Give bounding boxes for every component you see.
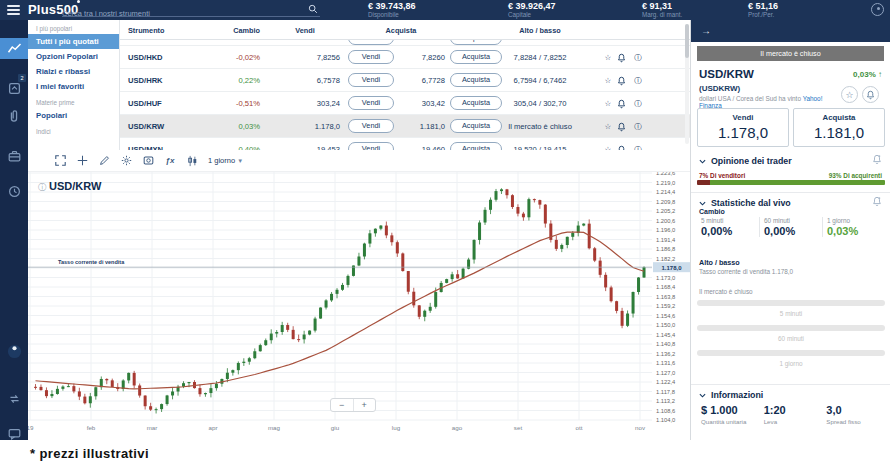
- sidebar-item[interactable]: Tutti i più quotati: [28, 34, 119, 49]
- timeframe-dropdown[interactable]: 1 giorno ▼: [208, 156, 243, 165]
- trader-opinion-header[interactable]: Opinione dei trader: [699, 156, 792, 166]
- instrument-row[interactable]: USD/KRW 0,03% 1.178,0 Vendi 1.181,0 Acqu…: [120, 115, 690, 138]
- svg-text:1.108,6: 1.108,6: [656, 408, 675, 414]
- balance-stat: € 91,31 Marg. di mant.: [642, 1, 748, 18]
- high-low-value: Il mercato è chiuso: [490, 122, 590, 131]
- info-icon[interactable]: ⓘ: [632, 53, 644, 66]
- alert-bell-icon[interactable]: [617, 53, 629, 66]
- high-low-value: 6,7594 / 6,7462: [490, 76, 590, 85]
- chat-icon[interactable]: [0, 423, 28, 445]
- status-dot-icon[interactable]: [0, 340, 28, 362]
- sidebar-item[interactable]: Popolari: [28, 108, 119, 123]
- favorite-star-icon[interactable]: ☆: [602, 76, 614, 89]
- clock-icon[interactable]: [0, 180, 28, 202]
- alert-bell-icon[interactable]: [617, 76, 629, 89]
- instrument-row[interactable]: USD/HUF -0,51% 303,24 Vendi 303,42 Acqui…: [120, 92, 690, 115]
- instrument-sidebar: I più popolariTutti i più quotatiOpzioni…: [28, 20, 120, 150]
- sell-button-clipped[interactable]: Vendi: [348, 40, 394, 45]
- table-rows: USD/HKD -0,02% 7,8256 Vendi 7,8260 Acqui…: [120, 46, 690, 150]
- current-rate-text: Tasso corrente di vendita 1.178,0: [699, 268, 793, 275]
- search-icon[interactable]: [308, 4, 318, 14]
- svg-text:1.140,8: 1.140,8: [656, 341, 675, 347]
- info-icon[interactable]: ⓘ: [38, 183, 46, 192]
- refresh-icon[interactable]: [0, 388, 28, 410]
- range-bar-label: 60 minuti: [697, 335, 885, 342]
- scrollbar-thumb[interactable]: [685, 24, 689, 58]
- stat-column: 60 minuti 0,00%: [759, 217, 822, 237]
- svg-text:1.104,0: 1.104,0: [656, 417, 675, 423]
- buy-button-clipped[interactable]: Acquista: [450, 40, 502, 45]
- positions-nav-icon[interactable]: 2: [0, 77, 28, 99]
- instrument-row[interactable]: USD/HRK 0,22% 6,7578 Vendi 6,7728 Acquis…: [120, 69, 690, 92]
- svg-text:1.200,6: 1.200,6: [656, 218, 675, 224]
- favorite-star-icon[interactable]: ☆: [602, 53, 614, 66]
- instrument-row[interactable]: USD/MXN 0,40% 19,453 Vendi 19,460 Acquis…: [120, 138, 690, 150]
- table-scrollbar[interactable]: [685, 24, 689, 144]
- zoom-out-button[interactable]: −: [331, 399, 354, 411]
- instrument-row[interactable]: USD/HKD -0,02% 7,8256 Vendi 7,8260 Acqui…: [120, 46, 690, 69]
- panel-instrument-name: USD/KRW: [699, 68, 754, 80]
- sell-rate: 7,8256: [280, 53, 340, 62]
- live-stats-header[interactable]: Statistiche dal vivo: [699, 198, 791, 208]
- sellers-percent: 7% Di venditori: [699, 172, 745, 179]
- draw-pencil-icon[interactable]: [94, 153, 114, 169]
- info-icon[interactable]: ⓘ: [632, 76, 644, 89]
- info-icon[interactable]: ⓘ: [632, 122, 644, 135]
- snapshot-icon[interactable]: [138, 153, 158, 169]
- candlestick-type-icon[interactable]: [182, 153, 202, 169]
- zoom-in-button[interactable]: +: [354, 399, 376, 411]
- paperclip-icon[interactable]: [0, 105, 28, 127]
- search-input[interactable]: [62, 7, 298, 21]
- search-bar[interactable]: [62, 2, 320, 17]
- svg-text:1.122,4: 1.122,4: [656, 379, 676, 385]
- favorite-star-icon[interactable]: ☆: [602, 122, 614, 135]
- alert-bell-icon[interactable]: [617, 99, 629, 112]
- collapse-panel-button[interactable]: →: [691, 20, 890, 42]
- sell-rate: 1.178,0: [280, 122, 340, 131]
- info-icon[interactable]: ⓘ: [632, 99, 644, 112]
- high-low-value: 7,8284 / 7,8252: [490, 53, 590, 62]
- indicators-fx-icon[interactable]: ƒx: [160, 153, 180, 169]
- alert-bell-button[interactable]: [862, 86, 879, 103]
- account-circle-icon[interactable]: [871, 3, 884, 16]
- stats-alert-bell-icon[interactable]: [872, 196, 882, 207]
- panel-subtitle: dollari USA / Corea del Sud ha vinto Yah…: [699, 95, 829, 109]
- info-column: 1:20 Leva: [760, 404, 823, 425]
- info-icon[interactable]: ⓘ: [632, 145, 644, 150]
- svg-text:ago: ago: [452, 424, 463, 431]
- column-header-highlow: Alto / basso: [490, 26, 590, 35]
- buyers-bar-segment: [710, 180, 885, 185]
- sidebar-item[interactable]: I miei favoriti: [28, 79, 119, 94]
- sell-price: 1.178,0: [698, 124, 788, 141]
- svg-text:1.117,8: 1.117,8: [656, 389, 675, 395]
- alert-bell-icon[interactable]: [617, 122, 629, 135]
- charts-nav-icon[interactable]: [0, 38, 28, 59]
- chart-area: ƒx 1 giorno ▼ ⓘUSD/KRW 1.223,61.219,01.2…: [28, 150, 690, 440]
- column-header-instrument: Strumento: [128, 26, 165, 35]
- sidebar-item[interactable]: Rialzi e ribassi: [28, 64, 119, 79]
- opinion-alert-bell-icon[interactable]: [872, 154, 882, 165]
- menu-icon[interactable]: [7, 5, 20, 15]
- info-header[interactable]: Informazioni: [699, 390, 763, 400]
- favorite-star-icon[interactable]: ☆: [602, 99, 614, 112]
- briefcase-icon[interactable]: [0, 145, 28, 167]
- svg-text:1.223,6: 1.223,6: [656, 172, 675, 176]
- sidebar-section-label: Indici: [28, 123, 119, 137]
- range-bar: [697, 300, 885, 306]
- sidebar-item[interactable]: Opzioni Popolari: [28, 49, 119, 64]
- high-low-value: 19,520 / 19,415: [490, 145, 590, 150]
- sell-box[interactable]: Vendi 1.178,0: [697, 108, 789, 147]
- svg-text:apr: apr: [209, 424, 218, 431]
- favorite-star-icon[interactable]: ☆: [602, 145, 614, 150]
- settings-gear-icon[interactable]: [116, 153, 136, 169]
- alert-bell-icon[interactable]: [617, 145, 629, 150]
- crosshair-icon[interactable]: [72, 153, 92, 169]
- instrument-name: USD/KRW: [128, 122, 164, 131]
- svg-text:1.163,8: 1.163,8: [656, 294, 675, 300]
- svg-text:1.131,6: 1.131,6: [656, 360, 675, 366]
- buy-box[interactable]: Acquista 1.181,0: [793, 108, 885, 147]
- favorite-star-button[interactable]: ☆: [841, 86, 858, 103]
- svg-text:1.178,0: 1.178,0: [661, 265, 682, 271]
- svg-text:1.168,4: 1.168,4: [656, 284, 676, 290]
- fullscreen-icon[interactable]: [50, 153, 70, 169]
